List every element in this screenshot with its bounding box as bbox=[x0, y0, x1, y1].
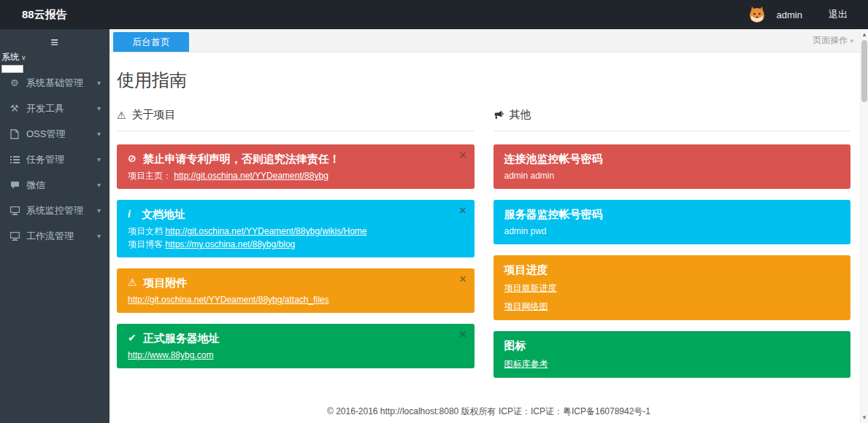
warning-icon: ⚠ bbox=[117, 109, 126, 121]
sidebar-item-label: 开发工具 bbox=[26, 102, 97, 115]
info-icon: i bbox=[128, 207, 135, 221]
sidebar-item-label: 系统监控管理 bbox=[26, 204, 97, 217]
main-area: 后台首页 页面操作 ▾ 使用指南 ⚠ 关于项目 bbox=[110, 29, 868, 423]
alert-project-attachments: × ⚠ 项目附件 http://git.oschina.net/YYDeamen… bbox=[117, 268, 475, 313]
alert-title-text: 正式服务器地址 bbox=[143, 331, 220, 345]
gears-icon: ⚙ bbox=[10, 77, 26, 88]
check-icon: ✔ bbox=[128, 331, 137, 345]
tab-home[interactable]: 后台首页 bbox=[113, 32, 189, 52]
scrollbar[interactable]: ▲ ▼ bbox=[860, 29, 868, 423]
chevron-down-icon: ▾ bbox=[97, 130, 101, 138]
chevron-down-icon: ∨ bbox=[21, 54, 26, 61]
close-icon[interactable]: × bbox=[459, 273, 466, 285]
chevron-down-icon: ▾ bbox=[97, 79, 101, 87]
scrollbar-thumb[interactable] bbox=[861, 40, 867, 102]
sidebar-toggle-icon[interactable]: ≡ bbox=[0, 29, 110, 51]
scroll-down-icon[interactable]: ▼ bbox=[861, 414, 868, 421]
about-project-section: ⚠ 关于项目 × ⊘ 禁止申请专利声明，否则追究法律责任！ 项目主页： bbox=[117, 108, 475, 389]
sidebar-item-system-base[interactable]: ⚙ 系统基础管理 ▾ bbox=[0, 70, 110, 96]
sidebar-item-label: 微信 bbox=[26, 179, 97, 192]
alert-line-label: 项目文档 bbox=[128, 226, 165, 236]
tasks-icon bbox=[10, 155, 26, 164]
sidebar-item-label: 任务管理 bbox=[26, 153, 97, 166]
sidebar-item-tasks[interactable]: 任务管理 ▾ bbox=[0, 147, 110, 172]
box-title: 服务器监控帐号密码 bbox=[504, 207, 840, 221]
production-server-link[interactable]: http://www.88ybg.com bbox=[128, 350, 213, 360]
page-operations-label: 页面操作 bbox=[813, 35, 848, 45]
wrench-icon: ⚒ bbox=[10, 103, 26, 114]
fox-avatar-image bbox=[748, 5, 767, 24]
alert-line-label: 项目主页： bbox=[128, 171, 172, 181]
box-title: 项目进度 bbox=[504, 263, 840, 276]
system-select-box[interactable] bbox=[1, 65, 23, 73]
system-select[interactable]: 系统∨ bbox=[1, 51, 26, 73]
footer: © 2016-2016 http://localhost:8080 版权所有 I… bbox=[110, 403, 868, 423]
desktop-icon bbox=[10, 206, 26, 215]
comment-icon bbox=[10, 181, 26, 190]
sidebar-item-workflow[interactable]: 工作流管理 ▾ bbox=[0, 223, 110, 249]
box-title: 图标 bbox=[504, 338, 840, 352]
alert-line-label: 项目博客 bbox=[128, 239, 165, 249]
about-project-header: ⚠ 关于项目 bbox=[117, 108, 475, 131]
close-icon[interactable]: × bbox=[459, 205, 466, 217]
avatar[interactable] bbox=[748, 5, 767, 24]
alert-title-text: 项目附件 bbox=[144, 276, 188, 290]
chevron-down-icon: ▾ bbox=[97, 181, 101, 189]
box-text: admin admin bbox=[504, 171, 840, 182]
attachments-link[interactable]: http://git.oschina.net/YYDeament/88ybg/a… bbox=[128, 295, 329, 305]
file-icon bbox=[10, 129, 26, 139]
sidebar: ≡ 系统∨ ⚙ 系统基础管理 ▾ ⚒ 开发工具 ▾ bbox=[0, 29, 110, 423]
sidebar-item-label: 工作流管理 bbox=[26, 230, 97, 243]
box-server-monitor-credentials: 服务器监控帐号密码 admin pwd bbox=[493, 200, 851, 244]
alert-title-text: 文档地址 bbox=[142, 207, 185, 221]
project-docs-link[interactable]: http://git.oschina.net/YYDeament/88ybg/w… bbox=[165, 226, 366, 236]
project-home-link[interactable]: http://git.oschina.net/YYDeament/88ybg bbox=[174, 171, 328, 181]
icon-library-link[interactable]: 图标库参考 bbox=[504, 358, 548, 370]
close-icon[interactable]: × bbox=[459, 150, 466, 161]
username[interactable]: admin bbox=[777, 9, 802, 20]
alert-production-server: × ✔ 正式服务器地址 http://www.88ybg.com bbox=[117, 324, 475, 368]
bullhorn-icon bbox=[493, 110, 504, 120]
other-section: 其他 连接池监控帐号密码 admin admin 服务器监控帐号密码 admin… bbox=[493, 108, 851, 389]
project-blog-link[interactable]: https://my.oschina.net/88ybg/blog bbox=[165, 239, 295, 249]
sidebar-item-system-monitor[interactable]: 系统监控管理 ▾ bbox=[0, 198, 110, 223]
warning-icon: ⚠ bbox=[128, 276, 137, 290]
chevron-down-icon: ▾ bbox=[97, 155, 101, 163]
page-title: 使用指南 bbox=[117, 69, 850, 92]
box-text: admin pwd bbox=[504, 226, 840, 237]
section-header-label: 关于项目 bbox=[132, 108, 176, 122]
latest-progress-link[interactable]: 项目最新进度 bbox=[504, 282, 557, 295]
other-header: 其他 bbox=[493, 108, 851, 131]
chevron-down-icon: ▾ bbox=[97, 206, 101, 214]
chevron-down-icon: ▾ bbox=[850, 37, 853, 44]
topbar-right: admin 退出 bbox=[748, 5, 868, 24]
network-diagram-link[interactable]: 项目网络图 bbox=[504, 300, 548, 313]
chevron-down-icon: ▾ bbox=[97, 232, 101, 240]
sidebar-nav: ⚙ 系统基础管理 ▾ ⚒ 开发工具 ▾ OSS管理 ▾ bbox=[0, 70, 110, 249]
scroll-up-icon[interactable]: ▲ bbox=[861, 31, 868, 38]
alert-docs-address: × i 文档地址 项目文档 http://git.oschina.net/YYD… bbox=[117, 200, 475, 257]
box-project-progress: 项目进度 项目最新进度 项目网络图 bbox=[493, 255, 851, 320]
system-select-label: 系统 bbox=[1, 52, 19, 62]
chevron-down-icon: ▾ bbox=[97, 104, 101, 112]
logout-link[interactable]: 退出 bbox=[829, 8, 848, 21]
sidebar-item-wechat[interactable]: 微信 ▾ bbox=[0, 172, 110, 198]
sidebar-item-label: OSS管理 bbox=[26, 128, 97, 141]
close-icon[interactable]: × bbox=[459, 329, 466, 341]
topbar: 88云报告 admin 退出 bbox=[0, 0, 868, 29]
sidebar-item-dev-tools[interactable]: ⚒ 开发工具 ▾ bbox=[0, 96, 110, 121]
alert-title-text: 禁止申请专利声明，否则追究法律责任！ bbox=[143, 152, 340, 166]
content-area: 使用指南 ⚠ 关于项目 × ⊘ 禁止申请专利声明，否则追究法律责任！ bbox=[110, 53, 868, 423]
section-header-label: 其他 bbox=[510, 108, 531, 122]
alert-patent-notice: × ⊘ 禁止申请专利声明，否则追究法律责任！ 项目主页： http://git.… bbox=[117, 144, 475, 189]
app-window: 88云报告 admin 退出 ≡ 系统∨ bbox=[0, 0, 868, 423]
desktop-icon bbox=[10, 232, 26, 241]
box-title: 连接池监控帐号密码 bbox=[504, 152, 840, 166]
sidebar-item-label: 系统基础管理 bbox=[26, 77, 97, 90]
tab-bar: 后台首页 页面操作 ▾ bbox=[110, 29, 868, 53]
ban-icon: ⊘ bbox=[128, 152, 137, 166]
sidebar-item-oss[interactable]: OSS管理 ▾ bbox=[0, 121, 110, 147]
box-icons: 图标 图标库参考 bbox=[493, 331, 851, 378]
box-pool-monitor-credentials: 连接池监控帐号密码 admin admin bbox=[493, 144, 851, 189]
app-title: 88云报告 bbox=[0, 8, 67, 22]
